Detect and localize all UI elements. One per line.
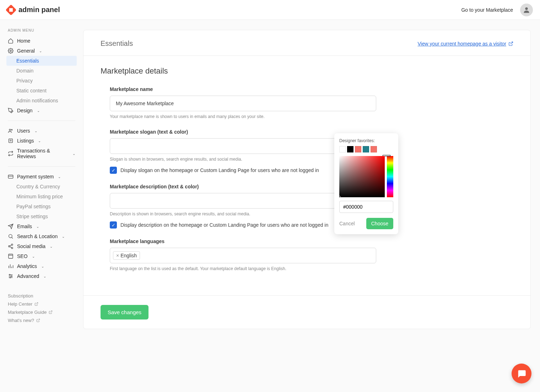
- hue-slider[interactable]: [387, 156, 393, 197]
- sidebar-item-general[interactable]: General ⌄: [0, 46, 83, 56]
- svg-point-2: [9, 129, 11, 130]
- brand-logo-icon: [5, 4, 16, 15]
- favorite-swatch[interactable]: [355, 146, 361, 152]
- external-link-icon: [508, 41, 513, 46]
- sidebar-item-analytics[interactable]: Analytics ⌄: [0, 261, 83, 271]
- slogan-checkbox[interactable]: ✓: [110, 167, 117, 174]
- remove-chip-icon[interactable]: ×: [116, 253, 119, 258]
- chevron-down-icon: ⌄: [43, 274, 46, 278]
- view-homepage-link[interactable]: View your current homepage as a visitor: [417, 41, 513, 47]
- sidebar-item-social[interactable]: Social media ⌄: [0, 241, 83, 251]
- language-chip[interactable]: × English: [113, 251, 140, 260]
- avatar[interactable]: [520, 4, 533, 16]
- name-help: Your marketplace name is shown to users …: [110, 114, 513, 119]
- sidebar-item-country-currency[interactable]: Country & Currency: [0, 182, 83, 192]
- marketplace-guide-link[interactable]: Marketplace Guide: [8, 308, 75, 316]
- brush-icon: [8, 108, 14, 113]
- whats-new-link[interactable]: What's new?: [8, 316, 75, 324]
- svg-point-15: [11, 247, 13, 249]
- picker-choose-button[interactable]: Choose: [366, 218, 393, 229]
- sidebar-item-domain[interactable]: Domain: [0, 66, 83, 76]
- svg-point-11: [9, 235, 12, 238]
- favorite-swatch[interactable]: [363, 146, 369, 152]
- svg-point-3: [11, 129, 12, 130]
- color-picker-popover: Designer favorites:: [334, 133, 398, 234]
- saturation-thumb-icon[interactable]: [338, 196, 341, 198]
- sidebar-item-privacy[interactable]: Privacy: [0, 76, 83, 86]
- sidebar-item-design[interactable]: Design ⌄: [0, 106, 83, 116]
- sidebar-item-admin-notifications[interactable]: Admin notifications: [0, 96, 83, 106]
- languages-label: Marketplace languages: [110, 238, 513, 244]
- sidebar-item-min-listing-price[interactable]: Minimum listing price: [0, 192, 83, 202]
- svg-line-12: [12, 237, 13, 238]
- chevron-down-icon: ⌄: [62, 235, 65, 238]
- section-title: Marketplace details: [101, 66, 513, 76]
- go-to-marketplace-link[interactable]: Go to your Marketplace: [461, 7, 513, 13]
- topbar-right: Go to your Marketplace: [461, 4, 533, 16]
- sidebar-item-advanced[interactable]: Advanced ⌄: [0, 271, 83, 281]
- home-icon: [8, 38, 14, 44]
- sidebar-item-emails[interactable]: Emails ⌄: [0, 221, 83, 231]
- listings-icon: [8, 138, 14, 144]
- sidebar-item-essentials[interactable]: Essentials: [6, 56, 77, 66]
- sidebar-item-listings[interactable]: Listings ⌄: [0, 136, 83, 146]
- favorite-swatch[interactable]: [339, 146, 346, 152]
- chevron-down-icon: ⌄: [39, 49, 42, 53]
- picker-cancel-button[interactable]: Cancel: [339, 221, 355, 226]
- save-button[interactable]: Save changes: [101, 305, 148, 319]
- chevron-down-icon: ⌄: [34, 129, 37, 133]
- picker-title: Designer favorites:: [339, 138, 393, 143]
- svg-point-13: [11, 244, 13, 245]
- page-title: Essentials: [101, 39, 133, 48]
- marketplace-name-input[interactable]: [110, 96, 376, 111]
- transactions-icon: [8, 151, 14, 156]
- slogan-input[interactable]: [110, 138, 349, 154]
- sidebar-item-seo[interactable]: SEO ⌄: [0, 251, 83, 261]
- chevron-down-icon: ⌄: [58, 175, 61, 179]
- send-icon: [8, 224, 14, 229]
- divider: [8, 120, 75, 121]
- description-checkbox[interactable]: ✓: [110, 221, 117, 229]
- description-input[interactable]: [110, 193, 348, 209]
- subscription-link[interactable]: Subscription: [8, 292, 75, 300]
- svg-point-29: [10, 277, 11, 278]
- chevron-down-icon: ⌄: [41, 264, 44, 268]
- sidebar-item-paypal[interactable]: PayPal settings: [0, 202, 83, 211]
- chevron-down-icon: ⌄: [32, 254, 35, 258]
- sidebar-item-payment[interactable]: Payment system ⌄: [0, 172, 83, 182]
- description-label: Marketplace description (text & color): [110, 184, 513, 189]
- picker-favorites: [339, 146, 393, 152]
- sidebar-item-home[interactable]: Home: [0, 36, 83, 46]
- description-checkbox-label: Display description on the homepage or C…: [120, 222, 328, 228]
- svg-rect-7: [8, 175, 13, 178]
- svg-rect-18: [9, 254, 13, 258]
- name-label: Marketplace name: [110, 86, 513, 92]
- chevron-down-icon: ⌄: [36, 225, 39, 229]
- favorite-swatch[interactable]: [371, 146, 377, 152]
- svg-line-32: [38, 319, 40, 321]
- chevron-down-icon: ⌄: [50, 245, 53, 248]
- main-card: Essentials View your current homepage as…: [83, 30, 531, 329]
- topbar: admin panel Go to your Marketplace: [0, 0, 540, 20]
- saturation-area[interactable]: [339, 156, 385, 197]
- gear-icon: [8, 48, 14, 54]
- help-center-link[interactable]: Help Center: [8, 300, 75, 308]
- chevron-down-icon: ⌄: [37, 109, 40, 113]
- sidebar-item-transactions[interactable]: Transactions & Reviews ⌄: [0, 146, 83, 161]
- card-body: Marketplace details Marketplace name You…: [83, 56, 530, 295]
- card-header: Essentials View your current homepage as…: [83, 30, 530, 56]
- languages-input[interactable]: × English: [110, 248, 376, 263]
- favorite-swatch[interactable]: [347, 146, 353, 152]
- external-link-icon: [36, 318, 40, 322]
- sidebar-item-search[interactable]: Search & Location ⌄: [0, 231, 83, 241]
- card-icon: [8, 174, 14, 179]
- sidebar-item-static-content[interactable]: Static content: [0, 86, 83, 96]
- sidebar-item-stripe[interactable]: Stripe settings: [0, 211, 83, 221]
- hex-input[interactable]: [339, 201, 393, 213]
- sidebar: ADMIN MENU Home General ⌄ Essentials Dom…: [0, 20, 83, 343]
- svg-point-28: [11, 276, 12, 277]
- sidebar-footer: Subscription Help Center Marketplace Gui…: [0, 292, 83, 324]
- sidebar-item-users[interactable]: Users ⌄: [0, 126, 83, 136]
- divider: [8, 166, 75, 167]
- globe-icon: [8, 253, 14, 259]
